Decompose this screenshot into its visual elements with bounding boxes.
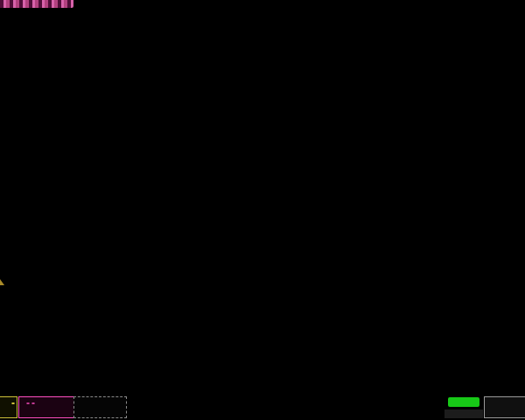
c1-scale bbox=[0, 408, 17, 417]
descriptor-bar bbox=[0, 396, 525, 420]
c2-descriptor[interactable] bbox=[18, 396, 76, 418]
timebase-descriptor[interactable] bbox=[484, 396, 525, 418]
waveform-display[interactable] bbox=[0, 0, 525, 278]
graticule bbox=[0, 0, 525, 278]
hd-bits-label bbox=[444, 410, 483, 418]
c2-scale bbox=[19, 408, 75, 417]
trigger-position-marker[interactable] bbox=[0, 279, 4, 285]
oscilloscope-screen bbox=[0, 0, 525, 420]
c2-esp-badge bbox=[26, 402, 30, 404]
c1-descriptor[interactable] bbox=[0, 396, 18, 418]
c1-coupling-badge bbox=[11, 402, 15, 404]
add-trace-button[interactable] bbox=[74, 396, 127, 418]
c2-coupling-badge bbox=[32, 402, 35, 404]
cropped-trace-label bbox=[0, 0, 74, 8]
time-axis bbox=[0, 278, 525, 291]
hd-mode-badge[interactable] bbox=[448, 397, 480, 407]
timebase-title bbox=[485, 397, 525, 398]
